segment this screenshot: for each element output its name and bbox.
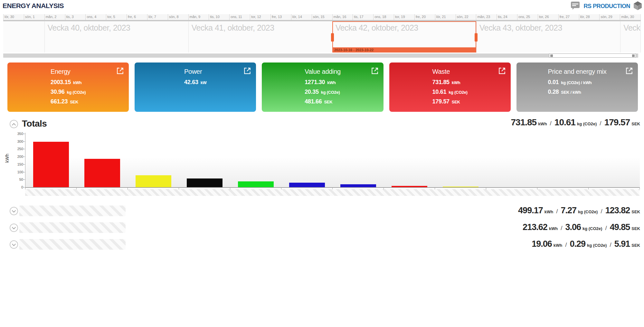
timeline-day-label[interactable]: mån, 16 — [332, 14, 353, 20]
timeline-day-label[interactable]: ons, 11 — [229, 14, 250, 20]
selection-left-handle[interactable] — [331, 33, 334, 42]
card-metric: 20.35kg (CO2e) — [305, 87, 340, 97]
card-title: Waste — [432, 68, 450, 75]
bar-1[interactable] — [33, 142, 69, 187]
y-axis-tick-label: 250 — [12, 147, 23, 151]
card-values: 731.85kWh10.61kg (CO2e)179.57SEK — [432, 78, 468, 107]
x-axis-tick — [128, 188, 128, 189]
y-axis-tick — [23, 179, 25, 180]
bar-9[interactable] — [443, 187, 478, 187]
scrollbar-right-grip[interactable] — [632, 54, 635, 57]
bar-chart-plot — [25, 133, 640, 188]
timeline-day-label[interactable]: tis, 24 — [497, 14, 517, 20]
bar-3[interactable] — [136, 175, 171, 187]
timeline-day-label[interactable]: ons, 4 — [85, 14, 106, 20]
separator: / — [556, 208, 558, 215]
timeline-day-label[interactable]: fre, 13 — [270, 14, 291, 20]
external-link-icon[interactable] — [498, 67, 506, 76]
bar-2[interactable] — [84, 159, 120, 187]
week-label[interactable]: Vecka 43, oktober, 2023 — [479, 23, 562, 33]
timeline-day-label[interactable]: tor, 5 — [106, 14, 127, 20]
y-axis-tick — [23, 149, 25, 149]
week-label[interactable]: Vecka 44, oktober, 2023 — [623, 23, 641, 33]
scrollbar-range[interactable] — [549, 53, 636, 58]
y-axis-tick — [23, 157, 25, 157]
card-value-adding[interactable]: Value adding 1271.30kWh20.35kg (CO2e)481… — [262, 63, 383, 112]
timeline-selection[interactable]: 2023-10-16 - 2023-10-22 — [332, 21, 476, 53]
bar-4[interactable] — [187, 178, 223, 187]
x-axis-tick — [25, 188, 25, 189]
timeline-day-label[interactable]: lör, 28 — [579, 14, 600, 20]
scrollbar-left-grip[interactable] — [550, 54, 553, 57]
timeline-day-label[interactable]: mån, 2 — [44, 14, 65, 20]
timeline-day-label[interactable]: tis, 10 — [209, 14, 229, 20]
x-axis-tick — [588, 188, 589, 189]
timeline-scrollbar[interactable] — [3, 53, 638, 58]
week-separator — [620, 21, 620, 53]
card-power[interactable]: Power 42.63kW — [135, 63, 256, 112]
card-waste[interactable]: Waste 731.85kWh10.61kg (CO2e)179.57SEK — [389, 63, 511, 112]
card-values: 2003.15kWh30.96kg (CO2e)661.23SEK — [51, 78, 86, 107]
collapse-totals-button[interactable] — [10, 120, 18, 128]
timeline-day-label[interactable]: tor, 12 — [250, 14, 270, 20]
external-link-icon[interactable] — [116, 67, 124, 76]
timeline-day-label[interactable]: mån, 30 — [620, 14, 640, 20]
separator: / — [565, 241, 567, 248]
timeline-day-label[interactable]: ons, 18 — [373, 14, 394, 20]
x-axis-tick — [230, 188, 230, 189]
card-price-energy-mix[interactable]: Price and energy mix 0.01kg (CO2e) / kWh… — [516, 63, 638, 112]
y-axis-tick — [23, 172, 25, 172]
expand-row-2-button[interactable] — [10, 224, 18, 232]
y-axis-tick — [23, 187, 25, 188]
timeline-day-label[interactable]: lör, 14 — [291, 14, 312, 20]
expand-row-1-button[interactable] — [10, 207, 18, 215]
row-2-values: 213.62kWh / 3.06kg (CO2e) / 49.85SEK — [523, 222, 640, 232]
timeline-day-label[interactable]: sön, 15 — [312, 14, 332, 20]
timeline-day-label[interactable]: sön, 1 — [24, 14, 44, 20]
external-link-icon[interactable] — [371, 67, 379, 76]
timeline-day-label[interactable]: sön, 29 — [599, 14, 620, 20]
bar-7[interactable] — [340, 184, 376, 187]
card-metric: 0.01kg (CO2e) / kWh — [548, 78, 592, 87]
week-label[interactable]: Vecka 40, oktober, 2023 — [48, 23, 130, 33]
row-2-hidden-label — [19, 222, 126, 233]
timeline-day-label[interactable]: tor, 19 — [394, 14, 414, 20]
week-label[interactable]: Vecka 41, oktober, 2023 — [192, 23, 274, 33]
x-axis-tick — [384, 188, 384, 189]
timeline-day-label[interactable]: fre, 20 — [414, 14, 435, 20]
timeline-day-label[interactable]: lör, 21 — [435, 14, 456, 20]
feedback-chat-icon[interactable] — [571, 1, 580, 11]
timeline-day-label[interactable]: lör, 7 — [147, 14, 168, 20]
timeline-day-label[interactable]: fre, 27 — [558, 14, 579, 20]
card-values: 1271.30kWh20.35kg (CO2e)481.66SEK — [305, 78, 340, 107]
bar-5[interactable] — [238, 181, 274, 187]
timeline-day-label[interactable]: ons, 25 — [517, 14, 538, 20]
card-energy[interactable]: Energy 2003.15kWh30.96kg (CO2e)661.23SEK — [7, 63, 129, 112]
timeline-day-label[interactable]: tor, 26 — [538, 14, 558, 20]
totals-values: 731.85kWh / 10.61kg (CO2e) / 179.57SEK — [511, 117, 640, 128]
timeline-week-band[interactable]: 2023-10-16 - 2023-10-22 Vecka 40, oktobe… — [3, 21, 641, 53]
selection-right-handle[interactable] — [475, 33, 478, 42]
expand-row-3-button[interactable] — [10, 240, 18, 249]
timeline-day-label[interactable]: sön, 8 — [168, 14, 188, 20]
timeline-day-label[interactable]: fre, 6 — [127, 14, 147, 20]
timeline-day-label[interactable]: tis, 17 — [353, 14, 373, 20]
chevron-down-icon — [12, 209, 16, 214]
x-axis-tick — [281, 188, 281, 189]
timeline-day-label[interactable]: tis, 3 — [65, 14, 86, 20]
hidden-category-labels — [25, 189, 639, 196]
timeline-day-label[interactable]: lör, 30 — [3, 14, 24, 20]
bar-6[interactable] — [289, 183, 325, 187]
timeline-day-label[interactable]: mån, 23 — [476, 14, 497, 20]
timeline-day-label[interactable]: sön, 22 — [456, 14, 476, 20]
external-link-icon[interactable] — [243, 67, 251, 76]
kpi-cards: Energy 2003.15kWh30.96kg (CO2e)661.23SEK… — [7, 63, 638, 112]
timeline-day-label[interactable]: mån, 9 — [188, 14, 209, 20]
totals-section-title: Totals — [22, 119, 47, 129]
bar-8[interactable] — [392, 186, 427, 187]
external-link-icon[interactable] — [625, 67, 633, 76]
energy-analysis-page: ENERGY ANALYSIS RS PRODUCTION lör, 30sön… — [0, 0, 644, 327]
card-metric: 179.57SEK — [432, 97, 468, 107]
y-axis-tick-label: 0 — [12, 185, 23, 189]
x-axis-tick — [179, 188, 179, 189]
